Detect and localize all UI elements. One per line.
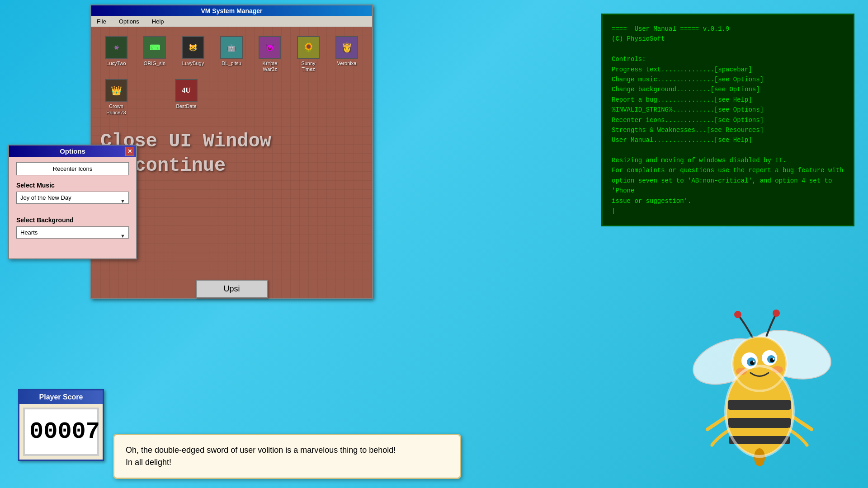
dialog-line2: In all delight! bbox=[126, 458, 171, 467]
vm-window-title: VM System Manager bbox=[201, 7, 262, 14]
icon-lucytwo-img: 👾 bbox=[105, 36, 127, 59]
dialog-line1: Oh, the double-edged sword of user volit… bbox=[126, 446, 396, 455]
icon-krypte[interactable]: 😈 KrYpteWar3z bbox=[254, 36, 286, 72]
icon-sunny-label: SunnyTimez bbox=[301, 61, 315, 72]
vm-window-titlebar: VM System Manager bbox=[91, 5, 372, 16]
icon-dl-pitsu-label: DL_pitsu bbox=[222, 61, 241, 66]
svg-rect-4 bbox=[728, 418, 791, 428]
player-score-header: Player Score bbox=[19, 390, 103, 404]
options-titlebar: Options ✕ bbox=[9, 145, 136, 157]
icon-veronixa-label: Veronixa bbox=[337, 61, 357, 66]
select-background-label: Select Background bbox=[16, 216, 129, 224]
svg-point-15 bbox=[734, 311, 741, 318]
vm-menubar: File Options Help bbox=[91, 16, 372, 27]
icon-luvybugy-img: 😸 bbox=[182, 36, 204, 59]
select-music-label: Select Music bbox=[16, 182, 129, 189]
background-select[interactable]: Hearts Stars Checkers Solid bbox=[16, 226, 129, 239]
icon-luvybugy-label: LuvyBugy bbox=[182, 61, 204, 66]
dialog-box: Oh, the double-edged sword of user volit… bbox=[113, 434, 461, 479]
icon-bestdate[interactable]: 4U BestDate bbox=[170, 79, 202, 115]
svg-point-14 bbox=[773, 358, 774, 360]
icon-crown-label: CrownPrince73 bbox=[106, 103, 126, 115]
icon-krypte-img: 😈 bbox=[259, 36, 281, 59]
icons-grid: 👾 LucyTwo ⌨ ORIG_sin 😸 LuvyBugy 🤖 DL_pit… bbox=[100, 36, 363, 116]
svg-point-16 bbox=[773, 310, 780, 317]
close-ui-text: Close UI Window to continue bbox=[100, 129, 363, 178]
icon-orig-sin[interactable]: ⌨ ORIG_sin bbox=[139, 36, 170, 72]
icon-dl-pitsu[interactable]: 🤖 DL_pitsu bbox=[216, 36, 247, 72]
icon-lucytwo[interactable]: 👾 LucyTwo bbox=[100, 36, 132, 72]
icon-bestdate-img: 4U bbox=[175, 79, 198, 102]
icon-lucytwo-label: LucyTwo bbox=[106, 61, 126, 66]
icon-crown-img: 👑 bbox=[105, 79, 127, 102]
svg-rect-5 bbox=[729, 436, 790, 444]
svg-point-13 bbox=[753, 361, 755, 362]
terminal-content: ==== User Manual ===== v.0.1.9 (C) Physi… bbox=[612, 24, 844, 216]
menu-file[interactable]: File bbox=[95, 17, 108, 26]
options-content: Recenter Icons Select Music Joy of the N… bbox=[9, 157, 136, 258]
options-close-button[interactable]: ✕ bbox=[125, 147, 134, 156]
background-select-wrapper: Hearts Stars Checkers Solid bbox=[16, 226, 129, 245]
icon-bestdate-label: BestDate bbox=[176, 103, 196, 109]
options-window: Options ✕ Recenter Icons Select Music Jo… bbox=[8, 145, 137, 259]
options-title: Options bbox=[60, 147, 85, 155]
music-select[interactable]: Joy of the New Day Classic Theme Ambient bbox=[16, 192, 129, 204]
menu-options[interactable]: Options bbox=[117, 17, 141, 26]
icon-veronixa-img: 👸 bbox=[335, 36, 358, 59]
bee-container bbox=[674, 271, 845, 474]
icon-orig-img: ⌨ bbox=[143, 36, 166, 59]
upsi-button[interactable]: Upsi bbox=[195, 280, 268, 298]
icon-krypte-label: KrYpteWar3z bbox=[263, 61, 278, 72]
music-select-wrapper: Joy of the New Day Classic Theme Ambient bbox=[16, 192, 129, 210]
icon-sunny[interactable]: 🌻 SunnyTimez bbox=[292, 36, 324, 72]
recenter-icons-button[interactable]: Recenter Icons bbox=[16, 162, 129, 175]
terminal-window: ==== User Manual ===== v.0.1.9 (C) Physi… bbox=[601, 14, 854, 226]
icon-crown[interactable]: 👑 CrownPrince73 bbox=[100, 79, 132, 115]
icon-luvybugy[interactable]: 😸 LuvyBugy bbox=[177, 36, 209, 72]
player-score-value: 00007 bbox=[23, 408, 99, 456]
icon-orig-label: ORIG_sin bbox=[144, 61, 165, 66]
bee-character bbox=[683, 285, 836, 474]
menu-help[interactable]: Help bbox=[150, 17, 166, 26]
icon-dl-pitsu-img: 🤖 bbox=[220, 36, 243, 59]
icon-veronixa[interactable]: 👸 Veronixa bbox=[331, 36, 363, 72]
player-score-box: Player Score 00007 bbox=[18, 389, 104, 461]
svg-rect-3 bbox=[728, 400, 791, 410]
icon-sunny-img: 🌻 bbox=[297, 36, 320, 59]
